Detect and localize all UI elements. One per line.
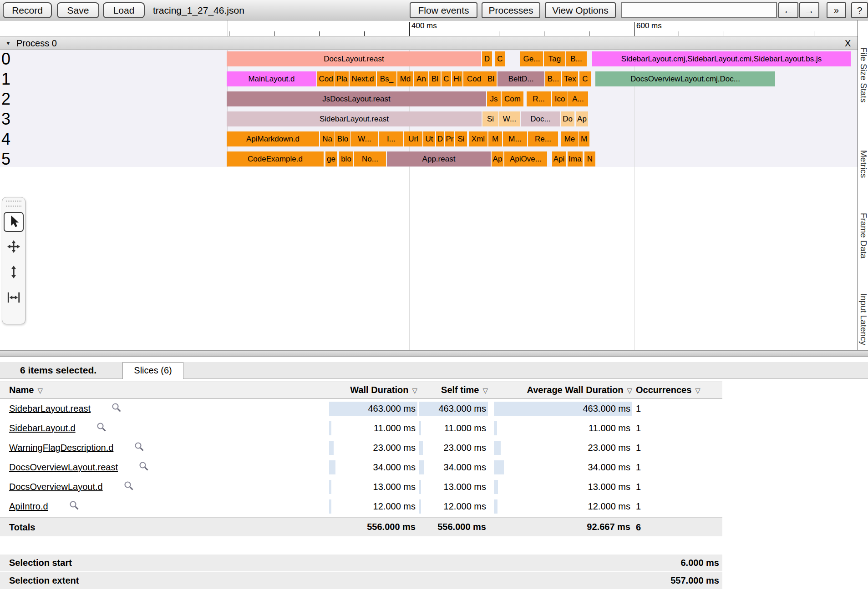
trace-slice[interactable]: Pr: [445, 131, 454, 146]
trace-slice[interactable]: A...: [568, 91, 588, 106]
trace-slice[interactable]: C: [495, 51, 505, 66]
magnifier-icon[interactable]: [138, 461, 149, 474]
selection-label: Selection start: [9, 555, 72, 571]
tab-slices[interactable]: Slices (6): [122, 362, 183, 379]
trace-slice[interactable]: R...: [527, 91, 551, 106]
selection-tool-button[interactable]: [4, 212, 24, 232]
slice-name-link[interactable]: SidebarLayout.d: [9, 423, 76, 434]
sidebar-tab-frame-data[interactable]: Frame Data: [858, 213, 868, 258]
trace-slice[interactable]: Hi: [452, 71, 462, 86]
trace-slice[interactable]: Cod: [463, 71, 485, 86]
trace-slice[interactable]: CodeExample.d: [227, 151, 324, 166]
trace-slice[interactable]: Tex: [562, 71, 578, 86]
trace-slice[interactable]: Me: [561, 131, 578, 146]
trace-slice[interactable]: I...: [379, 131, 403, 146]
trace-slice[interactable]: Na: [320, 131, 335, 146]
average-wall-duration-cell-value: 34.000 ms: [588, 460, 630, 474]
trace-slice[interactable]: App.reast: [387, 151, 491, 166]
column-header-average-wall-duration[interactable]: Average Wall Duration▽: [494, 382, 632, 398]
trace-slice[interactable]: Bs_: [377, 71, 396, 86]
magnifier-icon[interactable]: [123, 480, 134, 494]
trace-slice[interactable]: ApiMarkdown.d: [227, 131, 319, 146]
trace-slice[interactable]: M: [579, 131, 589, 146]
slice-name-link[interactable]: ApiIntro.d: [9, 501, 48, 512]
wall-duration-cell: 463.000 ms: [329, 402, 417, 416]
trace-slice[interactable]: SidebarLayout.cmj,SidebarLayout.cmi,Side…: [592, 51, 851, 66]
trace-slice[interactable]: JsDocsLayout.reast: [227, 91, 486, 106]
trace-slice[interactable]: BeltD...: [497, 71, 544, 86]
trace-slice[interactable]: Url: [404, 131, 422, 146]
trace-slice[interactable]: B...: [566, 51, 587, 66]
slice-name-link[interactable]: DocsOverviewLayout.d: [9, 482, 103, 492]
wall-duration-cell: 34.000 ms: [329, 460, 417, 474]
trace-slice[interactable]: Xml: [469, 131, 487, 146]
sidebar-tab-file-size-stats[interactable]: File Size Stats: [858, 47, 868, 102]
column-header-occurrences[interactable]: Occurrences▽: [636, 382, 700, 398]
pan-tool-button[interactable]: [4, 237, 24, 257]
slice-name-link[interactable]: DocsOverviewLayout.reast: [9, 462, 118, 473]
palette-grip-handle[interactable]: [6, 201, 21, 207]
trace-slice[interactable]: C: [579, 71, 591, 86]
trace-slice[interactable]: M: [488, 131, 502, 146]
trace-slice[interactable]: No...: [354, 151, 386, 166]
sidebar-tab-metrics[interactable]: Metrics: [858, 150, 868, 178]
trace-slice[interactable]: Next.d: [350, 71, 376, 86]
column-header-name[interactable]: Name▽: [9, 382, 43, 398]
panel-splitter[interactable]: [0, 350, 868, 357]
trace-slice[interactable]: Cod: [317, 71, 335, 86]
timing-tool-button[interactable]: [4, 288, 24, 308]
trace-slice[interactable]: N: [584, 151, 595, 166]
trace-slice[interactable]: blo: [339, 151, 353, 166]
trace-slice[interactable]: Doc...: [521, 111, 560, 126]
trace-slice[interactable]: W...: [499, 111, 520, 126]
trace-slice[interactable]: Api: [552, 151, 566, 166]
trace-slice[interactable]: Ap: [492, 151, 503, 166]
trace-slice[interactable]: Ico: [552, 91, 568, 106]
slice-name-link[interactable]: SidebarLayout.reast: [9, 403, 91, 414]
trace-slice[interactable]: Pla: [335, 71, 349, 86]
trace-slice[interactable]: Com: [502, 91, 523, 106]
trace-slice[interactable]: DocsLayout.reast: [227, 51, 481, 66]
duration-bar: [329, 460, 335, 474]
zoom-tool-button[interactable]: [4, 263, 24, 283]
trace-slice[interactable]: Do: [561, 111, 574, 126]
trace-slice[interactable]: Bl: [429, 71, 441, 86]
trace-slice[interactable]: Ut: [423, 131, 435, 146]
duration-bar: [329, 480, 331, 494]
column-header-self-time[interactable]: Self time▽: [419, 382, 488, 398]
trace-slice[interactable]: M...: [503, 131, 527, 146]
magnifier-icon[interactable]: [96, 422, 107, 435]
trace-slice[interactable]: Bl: [485, 71, 497, 86]
trace-slice[interactable]: Si: [482, 111, 498, 126]
trace-slice[interactable]: Blo: [335, 131, 350, 146]
trace-slice[interactable]: B...: [545, 71, 561, 86]
trace-slice[interactable]: Ima: [568, 151, 583, 166]
average-wall-duration-cell-value: 13.000 ms: [588, 480, 630, 494]
trace-slice[interactable]: Md: [397, 71, 413, 86]
slice-name-link[interactable]: WarningFlagDescription.d: [9, 443, 113, 453]
trace-slice[interactable]: Re...: [528, 131, 558, 146]
trace-slice[interactable]: Si: [455, 131, 467, 146]
trace-slice[interactable]: W...: [351, 131, 378, 146]
trace-slice[interactable]: ApiOve...: [504, 151, 547, 166]
trace-slice[interactable]: Js: [487, 91, 501, 106]
magnifier-icon[interactable]: [69, 500, 80, 513]
trace-slice[interactable]: Ap: [576, 111, 588, 126]
trace-slice[interactable]: ge: [325, 151, 337, 166]
sidebar-tab-input-latency[interactable]: Input Latency: [858, 293, 868, 345]
trace-slice[interactable]: Tag: [544, 51, 565, 66]
trace-slice[interactable]: An: [414, 71, 428, 86]
trace-slice[interactable]: SidebarLayout.reast: [227, 111, 482, 126]
trace-slice[interactable]: MainLayout.d: [227, 71, 316, 86]
trace-slice[interactable]: DocsOverviewLayout.cmj,Doc...: [595, 71, 775, 86]
column-header-wall-duration[interactable]: Wall Duration▽: [329, 382, 417, 398]
trace-slice[interactable]: D: [482, 51, 492, 66]
trace-slice[interactable]: C: [442, 71, 451, 86]
trace-slice[interactable]: D: [436, 131, 444, 146]
magnifier-icon[interactable]: [134, 441, 145, 454]
magnifier-icon[interactable]: [111, 402, 122, 415]
duration-bar: [494, 460, 504, 474]
table-row: SidebarLayout.reast463.000 ms463.000 ms4…: [0, 399, 722, 418]
selected-count-label: 6 items selected.: [20, 362, 96, 378]
trace-slice[interactable]: Ge...: [520, 51, 543, 66]
